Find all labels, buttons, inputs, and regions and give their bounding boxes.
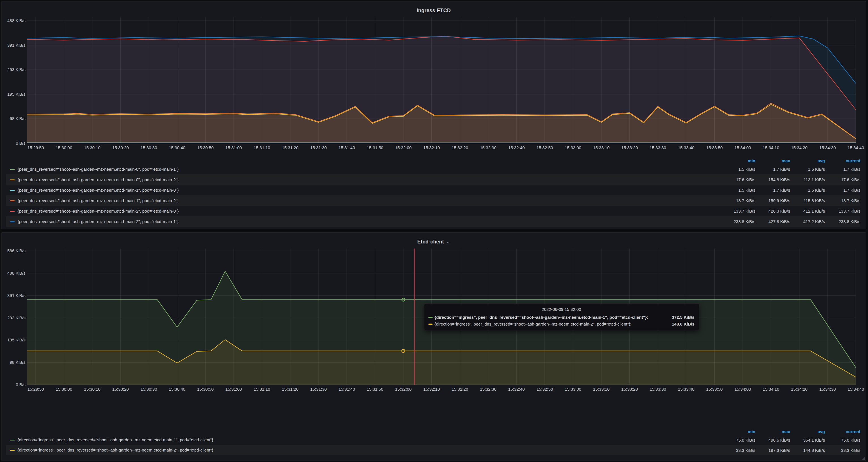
legend-stat-avg: 1.6 KiB/s	[790, 167, 825, 172]
legend-series-cell: {peer_dns_reversed="shoot--ash-garden--m…	[6, 198, 720, 203]
legend-stat-min: 75.0 KiB/s	[720, 438, 755, 442]
legend-series-label[interactable]: {peer_dns_reversed="shoot--ash-garden--m…	[18, 188, 179, 192]
legend-header-current[interactable]: current	[825, 158, 860, 163]
legend-series-label[interactable]: {peer_dns_reversed="shoot--ash-garden--m…	[18, 209, 179, 213]
x-axis-tick-label: 15:33:00	[559, 145, 587, 150]
series-color-swatch[interactable]	[10, 169, 15, 170]
x-axis-tick-label: 15:30:40	[163, 387, 190, 392]
legend-stat-min: 238.8 KiB/s	[720, 219, 755, 224]
legend-stat-current: 1.7 KiB/s	[825, 188, 860, 192]
legend-header-avg[interactable]: avg	[790, 158, 825, 163]
series-color-swatch[interactable]	[10, 201, 15, 201]
legend-series-label[interactable]: {peer_dns_reversed="shoot--ash-garden--m…	[18, 177, 179, 182]
panel-title-text[interactable]: Etcd-client	[417, 239, 444, 245]
x-axis-tick-label: 15:33:40	[673, 387, 700, 392]
legend-stat-current: 18.7 KiB/s	[825, 198, 860, 203]
legend-stat-current: 17.6 KiB/s	[825, 177, 860, 182]
y-axis-tick-label: 293 KiB/s	[7, 67, 26, 72]
x-axis-tick-label: 15:32:20	[446, 387, 473, 392]
x-axis-tick-label: 15:30:30	[135, 387, 162, 392]
x-axis-tick-label: 15:31:30	[305, 387, 332, 392]
legend-stat-max: 427.8 KiB/s	[755, 219, 790, 224]
x-axis-tick-label: 15:30:50	[192, 145, 219, 150]
series-color-swatch[interactable]	[10, 190, 15, 191]
series-color-swatch	[428, 324, 433, 325]
series-color-swatch[interactable]	[10, 450, 15, 451]
y-axis-tick-label: 488 KiB/s	[7, 271, 26, 275]
x-axis-tick-label: 15:34:30	[814, 387, 841, 392]
x-axis-tick-label: 15:31:10	[248, 145, 275, 150]
series-color-swatch[interactable]	[10, 440, 15, 440]
tooltip-series-label: {direction="ingress", peer_dns_reversed=…	[435, 315, 666, 319]
x-axis-tick-label: 15:31:00	[220, 387, 247, 392]
panel-title-text[interactable]: Ingress ETCD	[417, 8, 451, 13]
legend-stat-min: 17.6 KiB/s	[720, 177, 755, 182]
legend-header-avg[interactable]: avg	[790, 429, 825, 434]
grafana-dashboard: { "theme": { "page_bg": "#0c0d0f", "pane…	[0, 0, 868, 462]
legend-stat-avg: 144.8 KiB/s	[790, 448, 825, 453]
legend-stat-max: 1.7 KiB/s	[755, 167, 790, 172]
legend-row: {peer_dns_reversed="shoot--ash-garden--m…	[6, 174, 860, 185]
legend-series-label[interactable]: {peer_dns_reversed="shoot--ash-garden--m…	[18, 219, 179, 224]
x-axis-tick-label: 15:34:40	[842, 145, 868, 150]
x-axis-tick-label: 15:32:10	[418, 145, 445, 150]
legend: minmaxavgcurrent{peer_dns_reversed="shoo…	[6, 157, 860, 227]
tooltip-series-value: 148.0 KiB/s	[672, 321, 694, 327]
legend-header-min[interactable]: min	[720, 429, 755, 434]
x-axis-tick-label: 15:32:30	[474, 387, 502, 392]
series-color-swatch[interactable]	[10, 180, 15, 180]
tooltip-row: {direction="ingress", peer_dns_reversed=…	[428, 321, 694, 327]
chevron-down-icon[interactable]: ⌄	[446, 240, 450, 244]
x-axis-tick-label: 15:32:50	[531, 387, 558, 392]
panel-title[interactable]: Etcd-client⌄	[1, 239, 866, 245]
x-axis: 15:29:5015:30:0015:30:1015:30:2015:30:30…	[1, 387, 866, 393]
legend-header-max[interactable]: max	[755, 429, 790, 434]
legend-row: {peer_dns_reversed="shoot--ash-garden--m…	[6, 206, 860, 216]
y-axis-tick-label: 195 KiB/s	[7, 92, 26, 96]
legend-header-max[interactable]: max	[755, 158, 790, 163]
legend-stat-avg: 412.1 KiB/s	[790, 209, 825, 213]
legend-header-current[interactable]: current	[825, 429, 860, 434]
legend-row: {direction="ingress", peer_dns_reversed=…	[6, 435, 860, 445]
x-axis: 15:29:5015:30:0015:30:1015:30:2015:30:30…	[1, 145, 866, 151]
legend-stat-max: 197.3 KiB/s	[755, 448, 790, 453]
y-axis-tick-label: 586 KiB/s	[7, 248, 26, 253]
panel-title[interactable]: Ingress ETCD	[1, 8, 866, 13]
legend-stat-max: 1.7 KiB/s	[755, 188, 790, 192]
legend-series-label[interactable]: {peer_dns_reversed="shoot--ash-garden--m…	[18, 167, 179, 172]
x-axis-tick-label: 15:31:20	[277, 145, 304, 150]
legend-series-label[interactable]: {direction="ingress", peer_dns_reversed=…	[18, 437, 213, 442]
legend-series-label[interactable]: {peer_dns_reversed="shoot--ash-garden--m…	[18, 198, 179, 203]
tooltip-series-value: 372.5 KiB/s	[672, 315, 694, 319]
legend-stat-min: 133.7 KiB/s	[720, 209, 755, 213]
legend-stat-max: 154.8 KiB/s	[755, 177, 790, 182]
legend-series-label[interactable]: {direction="ingress", peer_dns_reversed=…	[18, 448, 213, 452]
legend-series-cell: {peer_dns_reversed="shoot--ash-garden--m…	[6, 219, 720, 224]
x-axis-tick-label: 15:33:20	[616, 387, 643, 392]
legend-stat-current: 75.0 KiB/s	[825, 438, 860, 442]
legend-stat-min: 1.5 KiB/s	[720, 188, 755, 192]
x-axis-tick-label: 15:32:50	[531, 145, 558, 150]
legend-series-cell: {direction="ingress", peer_dns_reversed=…	[6, 448, 720, 453]
time-series-plot[interactable]	[27, 17, 856, 143]
x-axis-tick-label: 15:30:30	[135, 145, 162, 150]
legend-stat-current: 133.7 KiB/s	[825, 209, 860, 213]
x-axis-tick-label: 15:32:00	[390, 145, 417, 150]
legend-header-min[interactable]: min	[720, 158, 755, 163]
x-axis-tick-label: 15:34:00	[729, 145, 756, 150]
x-axis-tick-label: 15:33:00	[559, 387, 587, 392]
x-axis-tick-label: 15:31:40	[333, 145, 361, 150]
x-axis-tick-label: 15:34:00	[729, 387, 756, 392]
series-color-swatch[interactable]	[10, 221, 15, 222]
panel-resize-handle[interactable]	[862, 457, 865, 460]
series-color-swatch[interactable]	[10, 211, 15, 212]
x-axis-tick-label: 15:34:10	[757, 145, 784, 150]
legend-stat-avg: 113.1 KiB/s	[790, 177, 825, 182]
legend-series-cell: {peer_dns_reversed="shoot--ash-garden--m…	[6, 177, 720, 182]
x-axis-tick-label: 15:31:00	[220, 145, 247, 150]
x-axis-tick-label: 15:30:10	[79, 387, 106, 392]
x-axis-tick-label: 15:30:20	[107, 145, 134, 150]
y-axis: 0 B/s98 KiB/s195 KiB/s293 KiB/s391 KiB/s…	[1, 233, 26, 461]
legend-row: {peer_dns_reversed="shoot--ash-garden--m…	[6, 216, 860, 227]
y-axis-tick-label: 293 KiB/s	[7, 315, 26, 320]
